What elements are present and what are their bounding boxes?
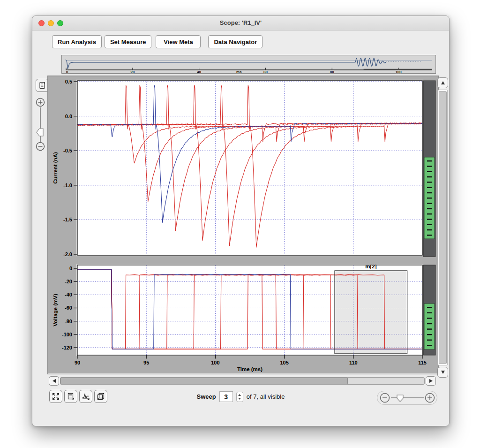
run-analysis-button[interactable]: Run Analysis [52,35,102,48]
svg-text:90: 90 [75,360,80,365]
window-titlebar[interactable]: Scope: 'R1_IV' [32,16,449,30]
scroll-left-button[interactable] [49,376,59,386]
scroll-down-button[interactable] [437,367,448,378]
trace-options-icon [82,392,90,401]
vertical-zoom-slider[interactable] [35,97,45,152]
sweep-list-icon [67,392,75,401]
svg-text:60: 60 [263,70,268,74]
svg-text:105: 105 [280,360,288,365]
svg-text:-1.5: -1.5 [63,217,72,222]
horizontal-scroll-track[interactable] [60,377,425,385]
data-navigator-button[interactable]: Data Navigator [208,35,262,48]
vertical-zoom-canvas[interactable] [35,97,45,152]
full-scale-icon [52,392,60,401]
svg-text:40: 40 [197,70,201,74]
left-arrow-icon [52,379,56,383]
svg-text:-1.0: -1.0 [63,182,72,188]
svg-text:0: 0 [69,266,72,271]
svg-text:0: 0 [66,70,68,74]
window-title: Scope: 'R1_IV' [32,16,449,30]
svg-text:100: 100 [211,360,219,365]
horizontal-zoom-slider[interactable] [377,391,437,405]
sweep-control: Sweep 3 of 7, all visible [197,391,285,402]
svg-text:-40: -40 [65,292,72,297]
zoom-button[interactable] [57,20,63,26]
sweep-count-text: of 7, all visible [247,393,285,400]
svg-text:-80: -80 [65,319,72,324]
channel-layout-icon [97,392,105,401]
plots-canvas[interactable]: m[2]0.50.0-0.5-1.0-1.5-2.00-20-40-60-80-… [48,76,438,374]
full-scale-button[interactable] [49,390,62,403]
horizontal-zoom-canvas[interactable] [377,391,437,404]
svg-text:0.5: 0.5 [65,79,72,84]
horizontal-scroll-thumb[interactable] [60,378,348,384]
svg-text:-60: -60 [65,305,72,311]
svg-text:80: 80 [330,70,334,74]
svg-text:Voltage (mV): Voltage (mV) [52,294,58,327]
vertical-zoom-thumb [37,129,43,136]
svg-text:20: 20 [130,70,135,74]
plots-panel: m[2]0.50.0-0.5-1.0-1.5-2.00-20-40-60-80-… [47,76,439,374]
close-button[interactable] [38,20,45,26]
vertical-scroll-track[interactable] [438,90,448,365]
minimize-button[interactable] [48,20,54,26]
set-measure-button[interactable]: Set Measure [105,35,152,48]
overview-strip[interactable]: 020406080100ms [61,55,436,74]
toolbar: Run Analysis Set Measure View Meta Data … [52,35,262,48]
svg-text:100: 100 [395,70,402,74]
overview-canvas[interactable]: 020406080100ms [62,55,435,73]
svg-text:Current (nA): Current (nA) [52,152,58,184]
view-meta-button[interactable]: View Meta [156,35,201,48]
svg-text:-120: -120 [62,345,72,350]
svg-text:ms: ms [236,70,242,74]
svg-text:-2.0: -2.0 [63,251,72,257]
scroll-right-button[interactable] [426,376,436,386]
svg-text:Time (ms): Time (ms) [237,366,262,372]
svg-text:-100: -100 [62,332,72,337]
right-arrow-icon [429,379,433,383]
svg-text:m[2]: m[2] [365,264,376,269]
stepper-up-icon [238,394,241,396]
svg-text:110: 110 [349,360,358,365]
sweep-stepper[interactable] [236,392,243,402]
stepper-down-icon [238,398,241,400]
scroll-up-button[interactable] [437,77,448,88]
vertical-scroll-thumb[interactable] [439,91,447,364]
down-arrow-icon [441,371,445,374]
sweep-list-button[interactable] [64,390,77,403]
horizontal-zoom-thumb [397,395,403,402]
bottom-toolbar [49,390,107,403]
notebook-icon [38,81,46,90]
sweep-label: Sweep [197,393,216,400]
svg-text:95: 95 [143,360,149,365]
notebook-button[interactable] [36,79,49,92]
svg-text:115: 115 [418,360,427,365]
vertical-scrollbar[interactable] [437,77,448,378]
svg-text:-20: -20 [65,279,72,284]
up-arrow-icon [441,81,445,84]
sweep-number-field[interactable]: 3 [219,391,233,402]
svg-text:0.0: 0.0 [65,114,72,119]
svg-text:-0.5: -0.5 [63,148,72,153]
trace-options-button[interactable] [79,390,92,403]
horizontal-scrollbar[interactable] [49,376,436,386]
channel-layout-button[interactable] [94,390,107,403]
scope-window: Scope: 'R1_IV' Run Analysis Set Measure … [32,15,450,426]
